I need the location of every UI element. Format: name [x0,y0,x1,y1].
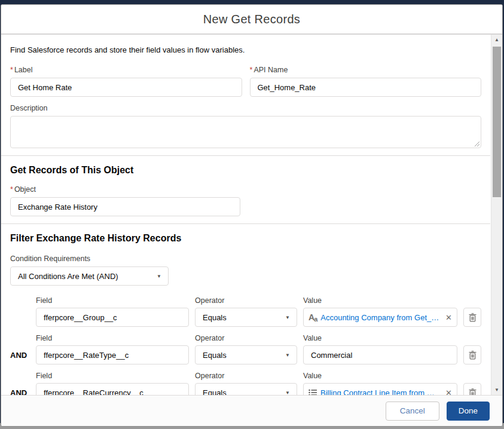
filter-field-input[interactable] [36,308,189,327]
chevron-down-icon: ▼ [285,390,290,396]
operator-column-label: Operator [195,372,297,381]
label-field-group: *Label [10,66,242,97]
modal-body: Find Salesforce records and store their … [1,35,502,395]
trash-icon [469,388,476,396]
object-field-group: *Object [10,185,240,216]
field-column-label: Field [36,372,189,381]
filter-operator-select[interactable]: Equals ▼ [195,383,297,395]
condition-requirements-select[interactable]: All Conditions Are Met (AND) ▼ [10,266,169,286]
filter-row: Field Operator Value AND Equals ▼ [10,364,481,395]
done-button[interactable]: Done [447,402,490,421]
filter-field-input[interactable] [36,383,189,395]
filter-operator-select[interactable]: Equals ▼ [195,308,297,327]
scrollbar-up-arrow-icon[interactable]: ▲ [491,35,502,45]
close-icon[interactable]: ✕ [444,388,452,396]
logic-operator-label: AND [10,388,30,396]
operator-column-label: Operator [195,334,297,343]
api-name-field-group: *API Name [250,66,482,97]
required-indicator: * [250,66,253,74]
filter-value-input[interactable] [303,345,457,364]
api-name-input[interactable] [250,78,482,97]
object-input[interactable] [10,197,240,216]
value-column-label: Value [303,372,457,381]
filter-field-input[interactable] [36,345,189,364]
field-column-label: Field [36,334,189,343]
operator-column-label: Operator [195,296,297,305]
scrollbar-down-arrow-icon[interactable]: ▼ [491,385,502,395]
object-field-label: *Object [10,185,240,194]
resource-link[interactable]: Billing Contract Line Item from … [320,388,441,396]
value-column-label: Value [303,296,457,305]
object-section-heading: Get Records of This Object [10,164,481,176]
label-field-label: *Label [10,66,242,75]
field-column-label: Field [36,296,189,305]
trash-icon [469,313,476,322]
record-list-icon [308,389,317,395]
value-column-label: Value [303,334,457,343]
chevron-down-icon: ▼ [285,315,290,320]
filter-section-heading: Filter Exchange Rate History Records [10,232,481,244]
filter-operator-select[interactable]: Equals ▼ [195,345,297,364]
description-field-label: Description [10,104,481,113]
filter-value-resource-pill[interactable]: Aa Accounting Company from Get_… ✕ [303,308,457,327]
label-api-row: *Label *API Name [10,66,481,97]
section-divider [1,223,490,224]
logic-operator-label: AND [10,351,30,360]
cancel-button[interactable]: Cancel [386,402,439,421]
modal-footer: Cancel Done [1,395,502,426]
resize-grip-icon[interactable] [474,140,479,146]
chevron-down-icon: ▼ [285,353,290,358]
new-get-records-modal: New Get Records Find Salesforce records … [1,4,503,427]
delete-row-button[interactable] [463,345,481,364]
filter-value-resource-pill[interactable]: Billing Contract Line Item from … ✕ [303,383,457,395]
modal-body-content: Find Salesforce records and store their … [1,35,490,395]
close-icon[interactable]: ✕ [444,313,452,322]
api-name-field-label: *API Name [250,66,482,75]
section-divider [1,155,490,156]
condition-requirements-group: Condition Requirements All Conditions Ar… [10,255,481,286]
filter-row: Field Operator Value Equals ▼ Aa Account… [10,286,481,327]
delete-row-button[interactable] [463,308,481,327]
text-type-icon: Aa [308,312,317,323]
modal-title: New Get Records [203,13,300,26]
label-input[interactable] [10,78,242,97]
filter-row: Field Operator Value AND Equals ▼ [10,327,481,364]
scrollbar-thumb[interactable] [493,47,501,197]
vertical-scrollbar[interactable]: ▲ ▼ [491,35,502,395]
delete-row-button[interactable] [463,383,481,395]
description-textarea[interactable] [10,116,481,148]
resource-link[interactable]: Accounting Company from Get_… [320,313,441,322]
trash-icon [469,351,476,360]
description-field-group: Description [10,104,481,148]
intro-text: Find Salesforce records and store their … [10,45,481,55]
condition-requirements-label: Condition Requirements [10,255,481,263]
modal-header: New Get Records [1,5,502,35]
required-indicator: * [10,185,13,194]
chevron-down-icon: ▼ [157,274,161,279]
required-indicator: * [10,66,13,74]
